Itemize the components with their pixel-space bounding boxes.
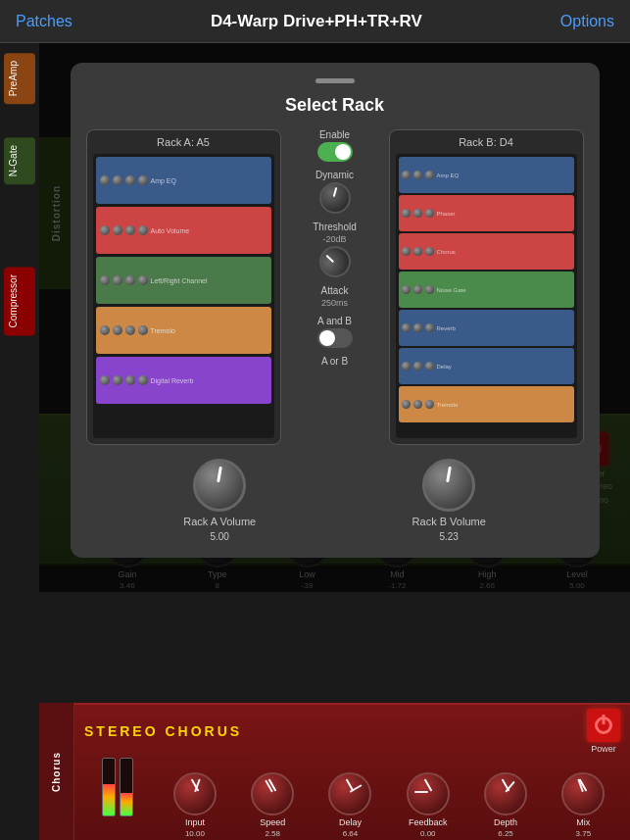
a-or-b-control: A or B [321, 356, 348, 367]
options-button[interactable]: Options [560, 13, 614, 30]
chorus-side-label: Chorus [39, 703, 74, 840]
page-title: D4-Warp Drive+PH+TR+RV [211, 12, 422, 31]
chorus-knob-input[interactable] [173, 772, 217, 815]
chorus-knob-group-input: Input10.00 [173, 772, 217, 838]
rack-b-strip-2: Chorus [399, 233, 574, 270]
modal-overlay: Select Rack Rack A: A5 Amp EQAuto Volume… [39, 43, 630, 592]
main-area: PreAmp N-Gate Compressor Distortion dist… [0, 43, 630, 840]
modal-title: Select Rack [86, 95, 584, 116]
rack-b-strip-6: Tremolo [399, 386, 574, 422]
chorus-knob-group-depth: Depth6.25 [484, 772, 527, 838]
attack-control: Attack 250ms [321, 285, 349, 308]
rack-b-strip-4: Reverb [399, 310, 574, 346]
chorus-knob-value-mix: 3.75 [576, 829, 592, 838]
rack-a-strip-1: Auto Volume [96, 207, 271, 254]
enable-toggle[interactable] [317, 142, 353, 162]
chorus-header: STEREO CHORUS Power [74, 705, 630, 758]
sidebar-item-ngate[interactable]: N-Gate [4, 137, 35, 184]
chorus-knob-group-feedback: Feedback0.00 [407, 772, 450, 838]
threshold-knob[interactable] [314, 240, 357, 283]
rack-a-label: Rack A: A5 [93, 136, 274, 148]
chorus-knob-mix[interactable] [561, 772, 605, 815]
rack-b-strip-5: Delay [399, 348, 574, 384]
rack-a-volume-label: Rack A Volume [183, 516, 256, 527]
chorus-knob-value-delay: 6.64 [343, 829, 359, 838]
enable-label: Enable [319, 129, 350, 140]
rack-b-strip-3: Noise Gate [399, 272, 574, 308]
rack-b-strip-0: Amp EQ [399, 157, 574, 193]
chorus-knob-value-input: 10.00 [185, 829, 205, 838]
chorus-knob-value-speed: 2.58 [265, 829, 280, 838]
rack-select-modal: Select Rack Rack A: A5 Amp EQAuto Volume… [71, 63, 600, 558]
a-and-b-control: A and B [317, 316, 353, 348]
modal-controls: Enable Dynamic Threshold -20dB [291, 129, 379, 367]
attack-label: Attack [321, 285, 349, 296]
rack-b-label: Rack B: D4 [396, 136, 577, 148]
rack-a-image: Amp EQAuto VolumeLeft/Right ChannelTremo… [93, 154, 274, 438]
chorus-knob-delay[interactable] [328, 772, 371, 815]
chorus-knob-group-delay: Delay6.64 [328, 772, 371, 838]
chorus-knob-label-mix: Mix [576, 817, 590, 827]
rack-a-volume-group: Rack A Volume 5.00 [183, 459, 256, 542]
a-and-b-toggle[interactable] [317, 328, 353, 348]
rack-a-strip-2: Left/Right Channel [96, 257, 271, 304]
attack-value: 250ms [321, 298, 348, 308]
rack-a-strip-3: Tremolo [96, 307, 271, 354]
dynamic-control: Dynamic [315, 170, 354, 214]
chorus-power-label: Power [591, 744, 616, 754]
rack-a-volume-knob[interactable] [193, 459, 246, 512]
rack-b-volume-value: 5.23 [439, 531, 458, 542]
rack-b-strip-1: Phaser [399, 195, 574, 231]
modal-handle[interactable] [315, 78, 355, 83]
dynamic-knob[interactable] [319, 182, 351, 214]
patches-button[interactable]: Patches [16, 13, 73, 30]
chorus-panel: Chorus STEREO CHORUS Power Input10.00Spe… [39, 703, 630, 840]
chorus-knob-speed[interactable] [251, 772, 294, 815]
rack-a-strip-0: Amp EQ [96, 157, 271, 204]
a-or-b-label: A or B [321, 356, 348, 367]
rack-b-volume-knob[interactable] [422, 459, 475, 512]
chorus-knob-feedback[interactable] [407, 772, 450, 815]
sidebar-item-compressor[interactable]: Compressor [4, 267, 35, 335]
vu-meter-right [120, 758, 133, 816]
vu-meters [100, 758, 135, 820]
chorus-knob-value-depth: 6.25 [498, 829, 513, 838]
chorus-knob-group-speed: Speed2.58 [251, 772, 294, 838]
chorus-knobs-row: Input10.00Speed2.58Delay6.64Feedback0.00… [74, 758, 630, 838]
threshold-control: Threshold -20dB [313, 222, 356, 277]
enable-control: Enable [317, 129, 353, 162]
top-bar: Patches D4-Warp Drive+PH+TR+RV Options [0, 0, 630, 43]
rack-a-panel[interactable]: Rack A: A5 Amp EQAuto VolumeLeft/Right C… [86, 129, 281, 445]
modal-body: Rack A: A5 Amp EQAuto VolumeLeft/Right C… [86, 129, 584, 445]
rack-b-panel[interactable]: Rack B: D4 Amp EQPhaserChorusNoise GateR… [389, 129, 584, 445]
content-area: Distortion distortion / overdrive Preset… [39, 43, 630, 840]
chorus-power-icon [595, 716, 612, 734]
chorus-power-button[interactable] [587, 709, 620, 742]
rack-b-volume-label: Rack B Volume [412, 516, 486, 527]
chorus-knob-label-input: Input [185, 817, 205, 827]
chorus-label: Chorus [51, 752, 62, 792]
chorus-knob-label-delay: Delay [339, 817, 362, 827]
rack-b-image: Amp EQPhaserChorusNoise GateReverbDelayT… [396, 154, 577, 438]
chorus-title: STEREO CHORUS [84, 723, 242, 739]
chorus-knob-group-mix: Mix3.75 [561, 772, 605, 838]
dynamic-label: Dynamic [315, 170, 354, 180]
rack-a-strip-4: Digital Reverb [96, 357, 271, 404]
chorus-knob-label-depth: Depth [494, 817, 517, 827]
chorus-knob-label-feedback: Feedback [409, 817, 448, 827]
threshold-label: Threshold [313, 222, 356, 232]
chorus-knob-depth[interactable] [484, 772, 527, 815]
chorus-knob-value-feedback: 0.00 [420, 829, 436, 838]
modal-footer: Rack A Volume 5.00 Rack B Volume 5.23 [86, 459, 584, 542]
rack-b-volume-group: Rack B Volume 5.23 [412, 459, 486, 542]
a-and-b-label: A and B [317, 316, 352, 326]
sidebar: PreAmp N-Gate Compressor [0, 43, 39, 840]
threshold-value: -20dB [322, 234, 346, 244]
sidebar-item-preamp[interactable]: PreAmp [4, 53, 35, 104]
chorus-knob-label-speed: Speed [260, 817, 285, 827]
vu-meter-left [102, 758, 116, 816]
rack-a-volume-value: 5.00 [210, 531, 228, 542]
